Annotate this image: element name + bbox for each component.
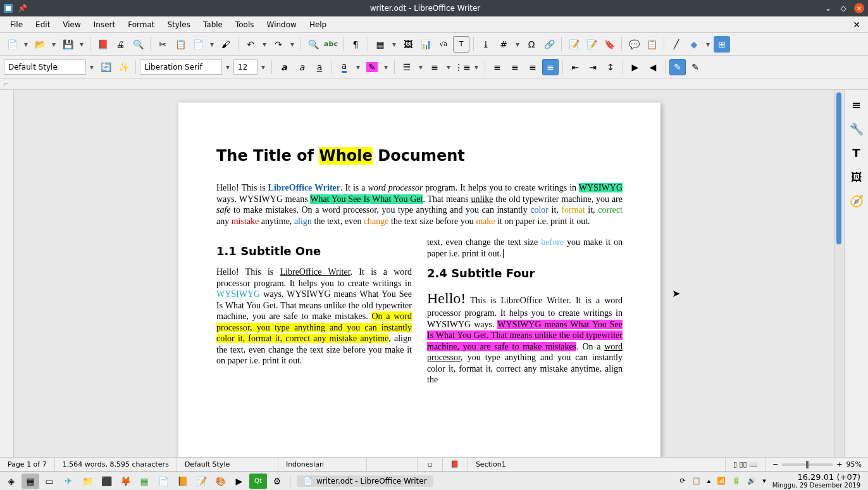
field-icon[interactable]: # [495,36,512,53]
zoom-in-icon[interactable]: + [836,460,842,468]
numbering-dropdown-icon[interactable]: ▾ [444,63,453,72]
paragraph-style-combo[interactable]: Default Style [4,60,86,75]
menu-insert[interactable]: Insert [87,18,121,32]
open-icon[interactable]: 📂 [32,36,48,53]
heading-2-4[interactable]: 2.4 Subtitle Four [427,267,623,280]
table-icon[interactable]: ▦ [372,36,388,53]
menu-format[interactable]: Format [121,18,161,32]
indent-decrease-icon[interactable]: ⇤ [567,59,583,75]
clone-format-icon[interactable]: 🖌 [218,36,234,53]
system-clock[interactable]: 16.29.01 (+07) Minggu, 29 Desember 2019 [772,473,860,489]
tray-wifi-icon[interactable]: 📶 [717,477,726,485]
desktop-icon[interactable]: ▭ [40,474,58,489]
impress-icon[interactable]: 📙 [173,474,191,489]
clear-format-icon[interactable]: ✎ [687,59,704,75]
undo-icon[interactable]: ↶ [242,36,259,53]
highlight-dropdown-icon[interactable]: ▾ [381,63,390,72]
menu-table[interactable]: Table [197,18,229,32]
minimize-icon[interactable]: ⌄ [824,4,833,13]
vertical-scrollbar[interactable] [834,90,844,457]
bookmark-icon[interactable]: 🔖 [601,36,617,53]
menu-window[interactable]: Window [261,18,303,32]
doc-title[interactable]: The Title of Whole Document [216,147,623,165]
doc-close-icon[interactable]: ✕ [849,20,864,30]
save-dropdown-icon[interactable]: ▾ [77,40,86,49]
hyperlink-icon[interactable]: 🔗 [541,36,557,53]
vertical-ruler[interactable] [0,90,14,457]
open-dropdown-icon[interactable]: ▾ [49,40,58,49]
taskbar-task-writer[interactable]: 📄 writer.odt - LibreOffice Writer [297,475,433,487]
close-icon[interactable]: ✕ [854,3,864,13]
gimp-icon[interactable]: 🎨 [211,474,229,489]
align-left-icon[interactable]: ≡ [489,59,505,75]
menu-tools[interactable]: Tools [229,18,261,32]
undo-dropdown-icon[interactable]: ▾ [260,40,269,49]
track-changes-icon[interactable]: 📋 [643,36,660,53]
underline-icon[interactable]: a [311,59,328,75]
align-right-icon[interactable]: ≡ [524,59,541,75]
qt-icon[interactable]: Qt [249,474,267,489]
new-dropdown-icon[interactable]: ▾ [22,40,30,49]
font-name-combo[interactable]: Liberation Serif [140,60,222,75]
kate-icon[interactable]: 📝 [192,474,210,489]
sidebar-properties-icon[interactable]: 🔧 [848,120,865,137]
find-replace-icon[interactable]: 🔍 [305,36,321,53]
highlighting-mode-icon[interactable]: ✎ [669,59,686,75]
line-icon[interactable]: ╱ [668,36,685,53]
highlight-icon[interactable]: ✎ [364,59,380,75]
endnote-icon[interactable]: 📝 [583,36,600,53]
field-dropdown-icon[interactable]: ▾ [513,40,522,49]
bullets-icon[interactable]: ☰ [399,59,415,75]
tray-battery-icon[interactable]: 🔋 [732,477,741,485]
status-wordcount[interactable]: 1,564 words, 8,595 characters [55,458,177,471]
document-area[interactable]: The Title of Whole Document Hello! This … [14,90,834,457]
cut-icon[interactable]: ✂ [154,36,171,53]
textbox-icon[interactable]: T [453,36,469,53]
redo-icon[interactable]: ↷ [270,36,287,53]
shapes-dropdown-icon[interactable]: ▾ [704,40,712,49]
paragraph-style-dropdown-icon[interactable]: ▾ [87,63,96,72]
paste-icon[interactable]: 📄 [190,36,206,53]
outline-icon[interactable]: ⋮≡ [454,59,471,75]
sidebar-navigator-icon[interactable]: 🧭 [848,192,865,209]
column-right[interactable]: text, even change the text size before y… [427,237,623,396]
zoom-value[interactable]: 95% [846,460,862,468]
tray-volume-icon[interactable]: 🔊 [747,477,756,485]
font-size-dropdown-icon[interactable]: ▾ [259,63,268,72]
page-break-icon[interactable]: ⤓ [478,36,494,53]
status-view-icons[interactable]: ▯ ▯▯ 📖 [726,458,766,471]
comment-icon[interactable]: 💬 [626,36,642,53]
zoom-out-icon[interactable]: − [772,460,778,468]
firefox-icon[interactable]: 🦊 [116,474,134,489]
draw-functions-icon[interactable]: ⊞ [714,36,730,53]
font-size-combo[interactable]: 12 [233,60,257,75]
redo-dropdown-icon[interactable]: ▾ [288,40,297,49]
paste-dropdown-icon[interactable]: ▾ [208,40,216,49]
sidebar-settings-icon[interactable]: ≡ [848,96,865,113]
scrollbar-thumb[interactable] [836,92,841,244]
bullets-dropdown-icon[interactable]: ▾ [416,63,425,72]
status-selection-icon[interactable]: ▫ [418,458,443,471]
intro-paragraph[interactable]: Hello! This is LibreOffice Writer. It is… [216,182,623,227]
sidebar-styles-icon[interactable]: T [848,144,865,161]
tray-clipboard-icon[interactable]: 📋 [692,477,701,485]
increase-indent-icon[interactable]: ▶ [627,59,643,75]
sidebar-gallery-icon[interactable]: 🖼 [848,168,865,185]
footnote-icon[interactable]: 📝 [566,36,582,53]
decrease-indent-icon[interactable]: ◀ [645,59,661,75]
status-insert-mode[interactable] [367,458,418,471]
new-icon[interactable]: 📄 [4,36,20,53]
menu-view[interactable]: View [56,18,87,32]
calc-icon[interactable]: ▦ [135,474,153,489]
tray-chevron-up-icon[interactable]: ▴ [707,477,711,485]
align-center-icon[interactable]: ≡ [507,59,523,75]
activities-icon[interactable]: ▦ [22,474,39,489]
menu-styles[interactable]: Styles [161,18,197,32]
horizontal-ruler[interactable]: ⌐ [0,79,868,90]
outline-dropdown-icon[interactable]: ▾ [472,63,481,72]
shapes-icon[interactable]: ◆ [686,36,702,53]
image-icon[interactable]: 🖼 [400,36,416,53]
tray-chevron-down-icon[interactable]: ▾ [762,477,766,485]
status-style[interactable]: Default Style [177,458,278,471]
pin-icon[interactable]: 📌 [18,4,27,13]
